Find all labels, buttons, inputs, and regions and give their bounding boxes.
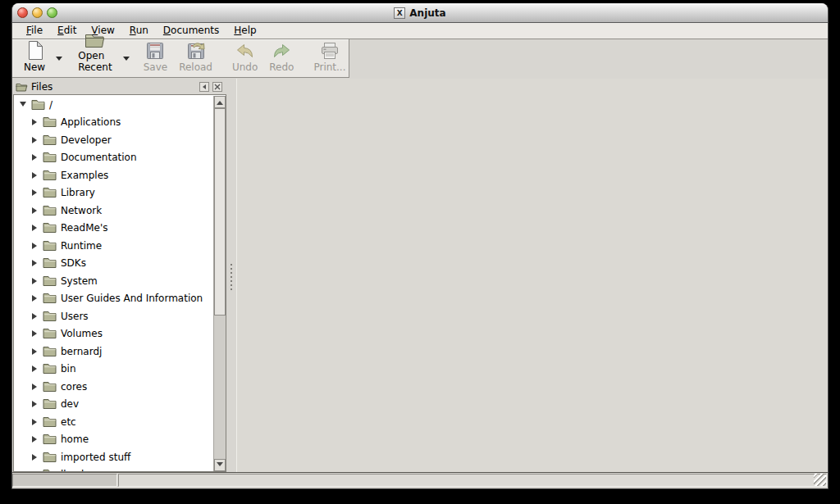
tree-row[interactable]: Users bbox=[14, 307, 213, 325]
window-controls bbox=[17, 7, 57, 18]
tree-row[interactable]: Developer bbox=[14, 131, 213, 149]
chevron-down-icon bbox=[56, 57, 62, 64]
tree-row[interactable]: ReadMe's bbox=[14, 220, 213, 238]
expander-closed-icon[interactable] bbox=[30, 401, 39, 407]
expander-closed-icon[interactable] bbox=[30, 154, 39, 161]
tree-row[interactable]: dev bbox=[14, 396, 213, 414]
tree-row[interactable]: lbackup bbox=[14, 466, 213, 472]
expander-closed-icon[interactable] bbox=[30, 384, 39, 390]
scroll-down-button[interactable] bbox=[214, 459, 226, 471]
expander-open-icon[interactable] bbox=[19, 99, 27, 110]
status-message-cell bbox=[118, 474, 827, 487]
tree-row[interactable]: Applications bbox=[14, 114, 213, 132]
reload-button[interactable]: Reload bbox=[173, 41, 218, 75]
menu-documents[interactable]: Documents bbox=[156, 23, 226, 39]
tree-row[interactable]: bernardj bbox=[14, 343, 213, 361]
open-recent-button[interactable]: Open Recent bbox=[72, 41, 117, 75]
expander-closed-icon[interactable] bbox=[30, 207, 39, 214]
tree-row-label: SDKs bbox=[61, 257, 86, 269]
expander-closed-icon[interactable] bbox=[30, 366, 39, 372]
tree-row[interactable]: Library bbox=[14, 184, 213, 202]
tree-row-root[interactable]: / bbox=[14, 96, 213, 114]
tree-row[interactable]: Examples bbox=[14, 166, 213, 184]
close-window-button[interactable] bbox=[17, 7, 28, 18]
title-bar[interactable]: X Anjuta bbox=[12, 3, 828, 23]
undo-button[interactable]: Undo bbox=[226, 41, 263, 75]
tree-row[interactable]: System bbox=[14, 272, 213, 290]
vertical-scrollbar[interactable] bbox=[213, 96, 226, 471]
folder-icon bbox=[43, 328, 57, 339]
new-button-label: New bbox=[24, 61, 45, 73]
files-panel-header: Files bbox=[12, 79, 226, 94]
tree-row[interactable]: User Guides And Information bbox=[14, 290, 213, 308]
menu-edit[interactable]: Edit bbox=[50, 23, 84, 39]
save-button[interactable]: Save bbox=[138, 41, 173, 75]
tree-row-label: System bbox=[61, 275, 98, 287]
pane-splitter[interactable] bbox=[226, 79, 236, 472]
expander-closed-icon[interactable] bbox=[30, 189, 39, 196]
tree-row-label: Examples bbox=[61, 170, 108, 181]
expander-closed-icon[interactable] bbox=[30, 172, 39, 179]
tree-row[interactable]: SDKs bbox=[14, 255, 213, 273]
expander-closed-icon[interactable] bbox=[30, 137, 39, 143]
folder-icon bbox=[43, 363, 57, 375]
expander-closed-icon[interactable] bbox=[30, 278, 39, 284]
file-tree-container: / bbox=[13, 94, 226, 472]
tree-row[interactable]: Volumes bbox=[14, 325, 213, 343]
window-title: Anjuta bbox=[409, 7, 445, 19]
expander-closed-icon[interactable] bbox=[30, 419, 39, 425]
expander-closed-icon[interactable] bbox=[30, 313, 39, 320]
folder-icon bbox=[43, 469, 57, 471]
expander-closed-icon[interactable] bbox=[30, 243, 39, 249]
tree-row-label: home bbox=[61, 434, 89, 445]
expander-closed-icon[interactable] bbox=[30, 436, 39, 443]
printer-icon bbox=[320, 42, 340, 61]
minimize-window-button[interactable] bbox=[32, 7, 43, 18]
document-area bbox=[236, 79, 828, 472]
redo-arrow-icon bbox=[272, 41, 291, 61]
redo-button[interactable]: Redo bbox=[263, 41, 299, 75]
close-panel-button[interactable] bbox=[212, 82, 222, 92]
tree-row[interactable]: imported stuff bbox=[14, 448, 213, 466]
anjuta-window: X Anjuta File Edit View Run Documents He… bbox=[11, 3, 829, 489]
tree-row[interactable]: etc bbox=[14, 413, 213, 431]
menu-bar: File Edit View Run Documents Help bbox=[12, 23, 828, 39]
folder-icon bbox=[43, 293, 57, 304]
folder-icon bbox=[43, 398, 57, 410]
expander-closed-icon[interactable] bbox=[30, 225, 39, 231]
tree-row[interactable]: Documentation bbox=[14, 149, 213, 167]
tree-row-label: Runtime bbox=[61, 240, 102, 252]
open-recent-dropdown-button[interactable] bbox=[118, 41, 135, 75]
new-dropdown-button[interactable] bbox=[51, 41, 67, 75]
reload-floppy-icon bbox=[186, 41, 206, 61]
undo-arrow-icon bbox=[235, 41, 255, 61]
tree-row[interactable]: Network bbox=[14, 202, 213, 220]
tree-row[interactable]: bin bbox=[14, 361, 213, 379]
zoom-window-button[interactable] bbox=[47, 7, 57, 18]
print-button[interactable]: Print... bbox=[308, 41, 351, 75]
scrollbar-thumb[interactable] bbox=[214, 108, 226, 316]
tree-row[interactable]: cores bbox=[14, 378, 213, 396]
menu-help[interactable]: Help bbox=[226, 23, 263, 39]
expander-closed-icon[interactable] bbox=[30, 119, 39, 125]
tree-row-label: imported stuff bbox=[61, 452, 130, 463]
tree-row[interactable]: home bbox=[14, 431, 213, 449]
resize-grip[interactable] bbox=[814, 474, 826, 486]
tree-row[interactable]: Runtime bbox=[14, 237, 213, 255]
menu-file[interactable]: File bbox=[19, 23, 50, 39]
expander-closed-icon[interactable] bbox=[30, 260, 39, 266]
expander-closed-icon[interactable] bbox=[30, 454, 39, 461]
tree-children: Applications bbox=[14, 114, 213, 472]
expander-closed-icon[interactable] bbox=[30, 330, 39, 337]
folder-icon bbox=[43, 452, 57, 463]
tree-row-label: lbackup bbox=[61, 469, 99, 471]
menu-run[interactable]: Run bbox=[122, 23, 156, 39]
dock-panel-button[interactable] bbox=[199, 82, 209, 92]
tree-row-label: cores bbox=[61, 381, 87, 393]
expander-closed-icon[interactable] bbox=[30, 348, 39, 355]
menu-edit-label: Edit bbox=[57, 25, 76, 36]
expander-closed-icon[interactable] bbox=[30, 295, 39, 302]
window-title-group: X Anjuta bbox=[394, 7, 445, 19]
new-button[interactable]: New bbox=[18, 41, 51, 75]
scroll-up-button[interactable] bbox=[214, 96, 226, 108]
